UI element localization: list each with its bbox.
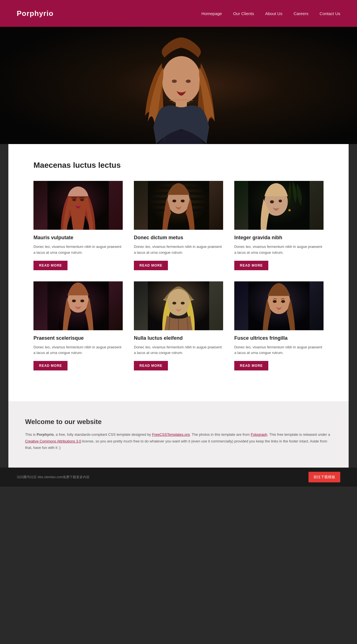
card-3-title: Integer gravida nibh [234,235,324,241]
card-4-text: Donec leo, vivamus fermentum nibh in aug… [33,344,123,356]
bottom-bar-text: 访问圈号社区 bbs.xiemlao.com免费下载更多内容 [17,475,90,480]
nav-contact-us[interactable]: Contact Us [320,11,340,16]
svg-point-9 [72,198,76,201]
card-2-text: Donec leo, vivamus fermentum nibh in aug… [134,244,223,256]
card-4: Praesent scelerisque Donec leo, vivamus … [33,281,123,371]
svg-point-47 [281,300,285,303]
download-button[interactable]: 前往下载模板 [308,472,340,482]
svg-point-10 [80,198,84,201]
svg-rect-30 [47,281,59,330]
svg-point-38 [172,302,176,305]
card-2-title: Donec dictum metus [134,235,223,241]
card-2-read-more[interactable]: READ MORE [134,261,168,270]
card-5-text: Donec leo, vivamus fermentum nibh in aug… [134,344,223,356]
card-3-image [234,181,324,230]
nav-our-clients[interactable]: Our Clients [233,11,254,16]
hero-image [0,27,357,144]
nav-homepage[interactable]: Homepage [201,11,222,16]
bottom-bar: 访问圈号社区 bbs.xiemlao.com免费下载更多内容 前往下载模板 [0,468,357,487]
svg-point-39 [181,302,185,305]
card-5-read-more[interactable]: READ MORE [134,361,168,370]
svg-point-3 [162,56,201,104]
nav-about-us[interactable]: About Us [265,11,283,16]
footer-section: Welcome to our website This is Porphyrio… [8,401,349,468]
card-1-text: Donec leo, vivamus fermentum nibh in aug… [33,244,123,256]
card-5-title: Nulla luctus eleifend [134,335,223,341]
card-4-title: Praesent scelerisque [33,335,123,341]
svg-point-21 [181,200,185,202]
main-wrapper: Maecenas luctus lectus [8,144,349,401]
card-1-read-more[interactable]: READ MORE [33,261,67,270]
card-2: Donec dictum metus Donec leo, vivamus fe… [134,181,223,270]
card-4-read-more[interactable]: READ MORE [33,361,67,370]
main-content: Maecenas luctus lectus [17,144,340,401]
card-3: Integer gravida nibh Donec leo, vivamus … [234,181,324,270]
section-title: Maecenas luctus lectus [33,161,324,170]
footer-text: This is Porphyrio, a free, fully standar… [25,431,332,451]
svg-point-37 [167,289,190,316]
main-nav: Homepage Our Clients About Us Careers Co… [201,11,340,16]
footer-title: Welcome to our website [25,418,332,426]
fotograph-link[interactable]: Fotograph [251,432,267,437]
card-6-read-more[interactable]: READ MORE [234,361,268,370]
svg-point-20 [172,200,176,202]
card-1: Mauris vulputate Donec leo, vivamus ferm… [33,181,123,270]
svg-point-32 [72,300,76,302]
card-6-title: Fusce ultrices fringilla [234,335,324,341]
site-logo: Porphyrio [17,9,54,18]
card-4-image [33,281,123,330]
card-3-read-more[interactable]: READ MORE [234,261,268,270]
card-6-text: Donec leo, vivamus fermentum nibh in aug… [234,344,324,356]
card-6: Fusce ultrices fringilla Donec leo, viva… [234,281,324,371]
card-5: Nulla luctus eleifend Donec leo, vivamus… [134,281,223,371]
nav-careers[interactable]: Careers [293,11,308,16]
card-3-text: Donec leo, vivamus fermentum nibh in aug… [234,244,324,256]
freecss-link[interactable]: FreeCSSTemplates.org [152,432,190,437]
site-header: Porphyrio Homepage Our Clients About Us … [0,0,357,27]
hero-section [0,27,357,144]
card-6-image [234,281,324,330]
svg-point-46 [273,300,277,303]
card-5-image [134,281,223,330]
svg-point-33 [80,300,84,302]
svg-point-5 [186,80,191,83]
card-1-title: Mauris vulputate [33,235,123,241]
svg-point-26 [279,200,282,202]
card-2-image [134,181,223,230]
svg-point-4 [172,80,177,83]
card-1-image [33,181,123,230]
svg-point-25 [270,200,274,204]
cards-grid: Mauris vulputate Donec leo, vivamus ferm… [33,181,324,370]
cc-license-link[interactable]: Creative Commons Attributions 3.0 [25,439,81,443]
svg-point-27 [288,209,291,211]
brand-name: Porphyrio [37,432,54,437]
